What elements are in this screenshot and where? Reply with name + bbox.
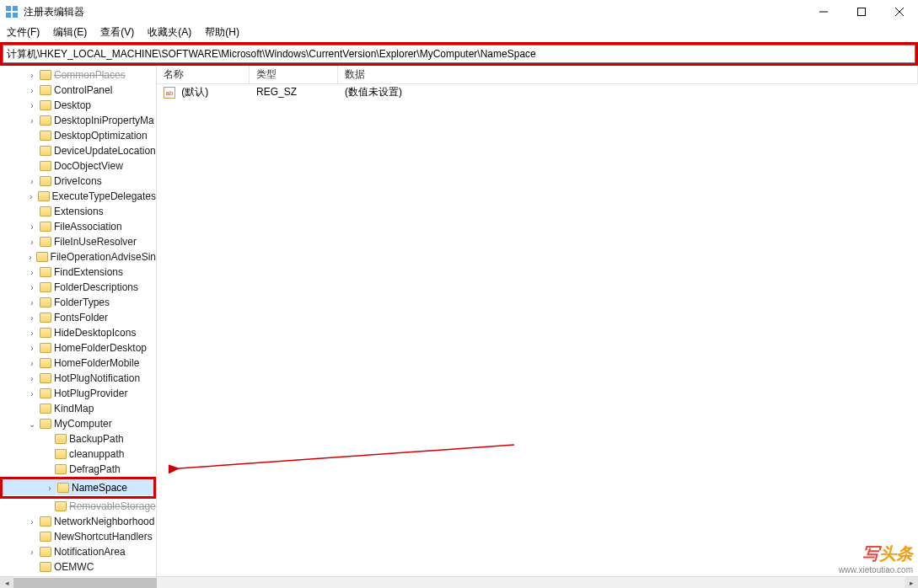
tree-item-homefolderdesktop[interactable]: ›HomeFolderDesktop bbox=[0, 340, 156, 355]
folder-icon bbox=[40, 404, 51, 414]
folder-icon bbox=[40, 100, 51, 110]
menu-favorites[interactable]: 收藏夹(A) bbox=[144, 25, 195, 40]
menu-edit[interactable]: 编辑(E) bbox=[50, 25, 90, 40]
expander-icon[interactable]: › bbox=[27, 101, 37, 110]
tree-item-fileoperationadvisesin[interactable]: ›FileOperationAdviseSin bbox=[0, 249, 156, 265]
expander-icon[interactable]: › bbox=[27, 298, 37, 307]
expander-icon[interactable]: › bbox=[27, 517, 37, 527]
namespace-highlight-box: ›NameSpace bbox=[0, 477, 156, 499]
tree-item-label: NotificationArea bbox=[54, 546, 126, 558]
tree-item-homefoldermobile[interactable]: ›HomeFolderMobile bbox=[0, 355, 156, 371]
expander-icon[interactable]: › bbox=[27, 548, 37, 557]
minimize-button[interactable] bbox=[804, 0, 842, 24]
tree-item-executetypedelegates[interactable]: ›ExecuteTypeDelegates bbox=[0, 189, 156, 204]
expander-icon[interactable]: › bbox=[27, 222, 37, 232]
tree-item-driveicons[interactable]: ›DriveIcons bbox=[0, 174, 156, 189]
expander-icon[interactable]: › bbox=[27, 313, 37, 323]
tree-item-findextensions[interactable]: ›FindExtensions bbox=[0, 265, 156, 280]
tree-item-backuppath[interactable]: BackupPath bbox=[0, 431, 156, 446]
tree-item-extensions[interactable]: Extensions bbox=[0, 204, 156, 219]
scroll-right-button[interactable]: ▸ bbox=[905, 577, 918, 589]
expander-icon[interactable]: ⌄ bbox=[27, 420, 37, 429]
expander-icon[interactable]: › bbox=[27, 389, 37, 398]
tree-item-networkneighborhood[interactable]: ›NetworkNeighborhood bbox=[0, 514, 156, 529]
folder-icon bbox=[36, 252, 48, 262]
tree-item-controlpanel[interactable]: ›ControlPanel bbox=[0, 83, 156, 98]
tree-item-label: DocObjectView bbox=[54, 160, 123, 172]
col-header-type[interactable]: 类型 bbox=[250, 66, 338, 83]
tree-item-foldertypes[interactable]: ›FolderTypes bbox=[0, 295, 156, 310]
expander-icon[interactable]: › bbox=[27, 329, 37, 338]
expander-icon[interactable]: › bbox=[27, 374, 37, 383]
expander-icon[interactable]: › bbox=[27, 268, 37, 277]
expander-icon[interactable]: › bbox=[27, 86, 37, 95]
menu-file[interactable]: 文件(F) bbox=[3, 25, 43, 40]
menu-help[interactable]: 帮助(H) bbox=[201, 25, 243, 40]
tree-item-label: KindMap bbox=[54, 403, 94, 414]
tree-item-label: FolderDescriptions bbox=[54, 281, 138, 293]
scroll-left-button[interactable]: ◂ bbox=[0, 577, 13, 589]
expander-icon[interactable]: › bbox=[27, 116, 37, 126]
tree-item-label: DeviceUpdateLocation bbox=[54, 145, 156, 157]
list-row[interactable]: ab (默认) REG_SZ (数值未设置) bbox=[157, 84, 918, 99]
tree-item-desktopinipropertyma[interactable]: ›DesktopIniPropertyMa bbox=[0, 113, 156, 128]
tree-item-label: NameSpace bbox=[72, 482, 127, 494]
folder-icon bbox=[40, 313, 51, 323]
tree-item-newshortcuthandlers[interactable]: NewShortcutHandlers bbox=[0, 529, 156, 544]
tree-item-mycomputer[interactable]: ⌄MyComputer bbox=[0, 416, 156, 431]
value-name: (默认) bbox=[181, 86, 208, 98]
tree-item-label: HotPlugNotification bbox=[54, 372, 140, 384]
expander-icon[interactable]: › bbox=[27, 359, 37, 368]
expander-icon[interactable]: › bbox=[27, 192, 35, 201]
tree-item-folderdescriptions[interactable]: ›FolderDescriptions bbox=[0, 280, 156, 295]
value-data: (数值未设置) bbox=[338, 85, 918, 99]
tree-item-namespace[interactable]: ›NameSpace bbox=[3, 480, 153, 495]
tree-item-oemwc[interactable]: OEMWC bbox=[0, 559, 156, 575]
col-header-name[interactable]: 名称 bbox=[157, 66, 250, 83]
col-header-data[interactable]: 数据 bbox=[338, 66, 918, 83]
folder-icon bbox=[40, 176, 51, 186]
folder-icon bbox=[40, 343, 51, 353]
tree-item-cleanuppath[interactable]: cleanuppath bbox=[0, 446, 156, 462]
tree-item-deviceupdatelocation[interactable]: DeviceUpdateLocation bbox=[0, 143, 156, 158]
horizontal-scrollbar[interactable]: ◂ ▸ bbox=[0, 576, 918, 588]
tree-item-docobjectview[interactable]: DocObjectView bbox=[0, 158, 156, 174]
expander-icon[interactable]: › bbox=[27, 177, 37, 186]
tree-item-label: FileOperationAdviseSin bbox=[51, 251, 156, 263]
tree-item-label: DefragPath bbox=[69, 463, 121, 475]
tree-item-commonplaces[interactable]: ›CommonPlaces bbox=[0, 67, 156, 83]
tree-item-hotplugnotification[interactable]: ›HotPlugNotification bbox=[0, 371, 156, 386]
close-button[interactable] bbox=[880, 0, 918, 24]
expander-icon[interactable]: › bbox=[27, 253, 34, 262]
tree-item-label: ExecuteTypeDelegates bbox=[52, 190, 156, 202]
expander-icon[interactable]: › bbox=[27, 283, 37, 292]
tree-item-fileassociation[interactable]: ›FileAssociation bbox=[0, 219, 156, 234]
address-bar[interactable]: 计算机\HKEY_LOCAL_MACHINE\SOFTWARE\Microsof… bbox=[3, 45, 915, 63]
maximize-button[interactable] bbox=[842, 0, 880, 24]
scroll-thumb[interactable] bbox=[13, 578, 157, 588]
expander-icon[interactable]: › bbox=[27, 71, 37, 80]
tree-item-fileinuseresolver[interactable]: ›FileInUseResolver bbox=[0, 234, 156, 249]
svg-rect-3 bbox=[13, 13, 18, 18]
tree-item-label: FolderTypes bbox=[54, 297, 110, 308]
tree-pane[interactable]: ›CommonPlaces›ControlPanel›Desktop›Deskt… bbox=[0, 66, 157, 576]
tree-item-removablestorage[interactable]: RemovableStorage bbox=[0, 499, 156, 514]
svg-rect-5 bbox=[857, 8, 865, 16]
expander-icon[interactable]: › bbox=[27, 238, 37, 247]
tree-item-notificationarea[interactable]: ›NotificationArea bbox=[0, 544, 156, 559]
tree-item-hotplugprovider[interactable]: ›HotPlugProvider bbox=[0, 386, 156, 401]
watermark-brand-2: 头条 bbox=[879, 544, 913, 563]
expander-icon[interactable]: › bbox=[27, 344, 37, 353]
folder-icon bbox=[40, 267, 51, 277]
tree-item-desktop[interactable]: ›Desktop bbox=[0, 98, 156, 113]
list-header: 名称 类型 数据 bbox=[157, 66, 918, 84]
expander-icon[interactable]: › bbox=[45, 484, 55, 493]
tree-item-defragpath[interactable]: DefragPath bbox=[0, 462, 156, 477]
svg-rect-0 bbox=[6, 6, 11, 11]
menu-view[interactable]: 查看(V) bbox=[97, 25, 137, 40]
tree-item-label: DesktopIniPropertyMa bbox=[54, 115, 154, 126]
tree-item-fontsfolder[interactable]: ›FontsFolder bbox=[0, 310, 156, 325]
tree-item-hidedesktopicons[interactable]: ›HideDesktopIcons bbox=[0, 325, 156, 340]
tree-item-kindmap[interactable]: KindMap bbox=[0, 401, 156, 416]
tree-item-desktopoptimization[interactable]: DesktopOptimization bbox=[0, 128, 156, 143]
